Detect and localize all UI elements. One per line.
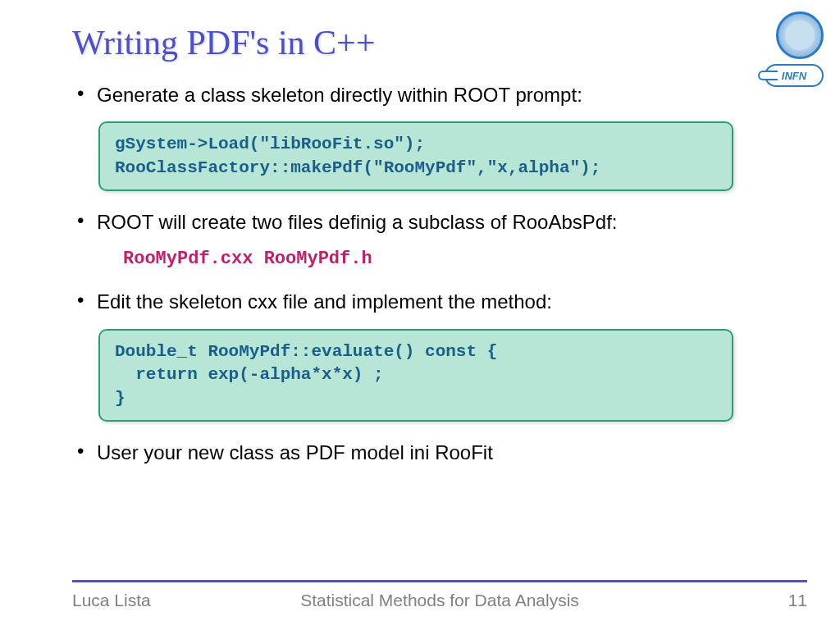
bullet-text: ROOT will create two files definig a sub…: [97, 209, 758, 235]
bullet-text: Generate a class skeleton directly withi…: [97, 82, 758, 108]
slide-title: Writing PDF's in C++: [72, 23, 840, 62]
bullet-dot: •: [72, 289, 97, 312]
bullet-item: • Edit the skeleton cxx file and impleme…: [72, 289, 758, 315]
infn-logo-text: INFN: [782, 70, 806, 82]
bullet-item: • Generate a class skeleton directly wit…: [72, 82, 758, 108]
bullet-item: • ROOT will create two files definig a s…: [72, 209, 758, 235]
infn-logo: INFN: [765, 64, 824, 87]
code-inline-files: RooMyPdf.cxx RooMyPdf.h: [123, 249, 758, 269]
bullet-text: User your new class as PDF model ini Roo…: [97, 440, 758, 466]
bullet-item: • User your new class as PDF model ini R…: [72, 440, 758, 466]
bullet-dot: •: [72, 440, 97, 463]
slide-content: • Generate a class skeleton directly wit…: [0, 82, 840, 466]
footer-title: Statistical Methods for Data Analysis: [300, 591, 579, 610]
slide-container: INFN Writing PDF's in C++ • Generate a c…: [0, 0, 840, 630]
bullet-text: Edit the skeleton cxx file and implement…: [97, 289, 758, 315]
logo-area: INFN: [763, 11, 824, 87]
footer-page-number: 11: [788, 591, 807, 610]
bullet-dot: •: [72, 82, 97, 105]
bullet-dot: •: [72, 209, 97, 232]
code-block-2: Double_t RooMyPdf::evaluate() const { re…: [98, 329, 733, 422]
footer-author: Luca Lista: [72, 591, 151, 610]
code-block-1: gSystem->Load("libRooFit.so"); RooClassF…: [98, 121, 733, 191]
footer: Luca Lista Statistical Methods for Data …: [72, 591, 807, 610]
footer-divider: [72, 580, 807, 582]
university-seal-logo: [776, 11, 824, 59]
